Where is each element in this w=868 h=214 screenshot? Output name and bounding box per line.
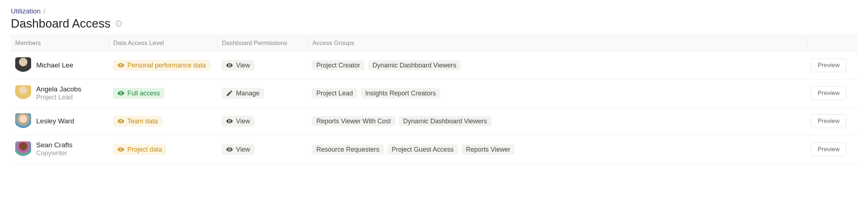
access-group-pill[interactable]: Reports Viewer With Cost xyxy=(312,116,395,126)
eye-icon xyxy=(117,118,125,125)
permission-pill[interactable]: View xyxy=(222,60,254,71)
cell-groups: Project LeadInsights Report Creators xyxy=(308,87,806,100)
table-row: Sean CraftsCopywriterProject dataViewRes… xyxy=(11,135,857,163)
cell-groups: Project CreatorDynamic Dashboard Viewers xyxy=(308,59,806,72)
avatar xyxy=(15,85,31,101)
permission-pill[interactable]: View xyxy=(222,144,254,155)
member-name: Angela Jacobs xyxy=(36,85,81,94)
cell-permissions: Manage xyxy=(217,86,308,100)
svg-point-2 xyxy=(118,22,119,22)
cell-groups: Reports Viewer With CostDynamic Dashboar… xyxy=(308,115,806,128)
member-name: Michael Lee xyxy=(36,61,73,70)
access-level-label: Full access xyxy=(127,90,160,96)
preview-button[interactable]: Preview xyxy=(811,143,846,156)
cell-member: Michael Lee xyxy=(11,56,109,75)
cell-action: Preview xyxy=(806,113,857,129)
col-header-members: Members xyxy=(11,38,109,48)
pencil-icon xyxy=(226,90,233,97)
access-group-pill[interactable]: Insights Report Creators xyxy=(361,88,440,98)
access-group-pill[interactable]: Dynamic Dashboard Viewers xyxy=(368,60,461,70)
permission-label: View xyxy=(236,118,250,124)
permission-label: Manage xyxy=(236,90,260,96)
eye-icon xyxy=(117,146,125,153)
eye-icon xyxy=(117,90,125,97)
cell-member: Lesley Ward xyxy=(11,112,109,131)
cell-member: Angela JacobsProject Lead xyxy=(11,84,109,103)
permission-pill[interactable]: Manage xyxy=(222,88,264,99)
cell-permissions: View xyxy=(217,143,308,156)
breadcrumb-separator: / xyxy=(43,7,45,15)
preview-button[interactable]: Preview xyxy=(811,86,846,100)
permission-label: View xyxy=(236,146,250,153)
page-title-row: Dashboard Access xyxy=(11,17,857,30)
permission-pill[interactable]: View xyxy=(222,116,254,127)
access-group-pill[interactable]: Project Guest Access xyxy=(387,144,458,155)
table-header: Members Data Access Level Dashboard Perm… xyxy=(11,35,857,52)
access-level-label: Project data xyxy=(127,146,162,153)
access-group-pill[interactable]: Project Creator xyxy=(312,60,365,70)
cell-permissions: View xyxy=(217,58,308,72)
member-role: Copywriter xyxy=(36,149,72,157)
page-title: Dashboard Access xyxy=(11,17,110,30)
access-table: Members Data Access Level Dashboard Perm… xyxy=(11,35,857,164)
access-level-label: Personal performance data xyxy=(127,62,206,69)
access-level-label: Team data xyxy=(127,118,158,124)
access-group-pill[interactable]: Resource Requesters xyxy=(312,144,384,155)
col-header-groups: Access Groups xyxy=(308,38,806,48)
avatar xyxy=(15,113,31,129)
cell-access-level: Project data xyxy=(109,143,217,156)
cell-access-level: Team data xyxy=(109,114,217,128)
cell-member: Sean CraftsCopywriter xyxy=(11,140,109,159)
cell-action: Preview xyxy=(806,141,857,158)
breadcrumb-parent-link[interactable]: Utilization xyxy=(11,7,41,15)
cell-groups: Resource RequestersProject Guest AccessR… xyxy=(308,143,806,156)
member-name: Sean Crafts xyxy=(36,141,72,149)
access-group-pill[interactable]: Project Lead xyxy=(312,88,357,98)
preview-button[interactable]: Preview xyxy=(811,114,846,128)
cell-action: Preview xyxy=(806,57,857,74)
cell-action: Preview xyxy=(806,85,857,102)
access-level-pill[interactable]: Project data xyxy=(113,144,167,155)
table-row: Lesley WardTeam dataViewReports Viewer W… xyxy=(11,107,857,135)
eye-icon xyxy=(226,62,233,69)
member-name: Lesley Ward xyxy=(36,117,74,125)
access-group-pill[interactable]: Dynamic Dashboard Viewers xyxy=(399,116,492,126)
col-header-access: Data Access Level xyxy=(109,38,217,48)
eye-icon xyxy=(226,146,233,153)
col-header-action xyxy=(806,38,857,48)
access-level-pill[interactable]: Personal performance data xyxy=(113,60,210,71)
avatar xyxy=(15,57,31,73)
member-role: Project Lead xyxy=(36,94,81,102)
eye-icon xyxy=(226,118,233,125)
preview-button[interactable]: Preview xyxy=(811,58,846,72)
cell-permissions: View xyxy=(217,114,308,128)
col-header-perm: Dashboard Permissions xyxy=(217,38,308,48)
cell-access-level: Full access xyxy=(109,86,217,100)
access-level-pill[interactable]: Team data xyxy=(113,116,162,127)
info-icon[interactable] xyxy=(115,20,123,28)
permission-label: View xyxy=(236,62,250,69)
avatar xyxy=(15,141,31,157)
breadcrumb: Utilization / xyxy=(11,7,857,15)
cell-access-level: Personal performance data xyxy=(109,58,217,72)
eye-icon xyxy=(117,62,125,69)
access-group-pill[interactable]: Reports Viewer xyxy=(462,144,515,155)
table-row: Michael LeePersonal performance dataView… xyxy=(11,52,857,79)
table-row: Angela JacobsProject LeadFull accessMana… xyxy=(11,79,857,107)
access-level-pill[interactable]: Full access xyxy=(113,88,164,99)
